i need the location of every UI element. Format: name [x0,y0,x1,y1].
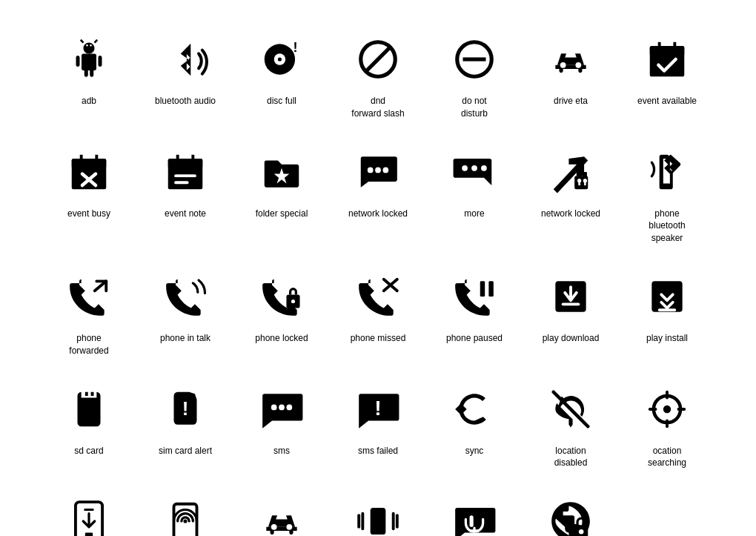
phone-locked-icon [252,267,311,326]
svg-rect-71 [371,508,386,535]
sms-failed-label: sms failed [358,445,398,457]
folder-special-icon [252,142,311,202]
phone-missed-label: phone missed [351,332,406,345]
tap-and-play-icon [156,492,215,536]
svg-point-80 [579,529,583,534]
phone-bluetooth-speaker-label: phonebluetoothspeaker [649,208,685,245]
play-download-icon [541,267,600,326]
bluetooth-audio-label: bluetooth audio [155,95,216,107]
icon-item-network-locked-signal: network locked [523,135,619,252]
svg-line-1 [95,40,98,43]
sms-icon [252,380,311,439]
icon-item-vpn-lock: vpn lock [523,484,619,536]
phone-paused-label: phone paused [446,332,503,345]
phone-in-talk-label: phone in talk [160,332,210,345]
network-locked-chat-label: network locked [348,208,408,220]
icon-item-bluetooth-audio: bluetooth audio [137,22,233,128]
svg-line-7 [367,48,390,71]
svg-rect-17 [72,159,107,168]
disc-full-label: disc full [267,95,296,107]
phone-forwarded-label: phoneforwarded [69,332,108,357]
sim-card-alert-label: sim card alert [159,445,212,457]
more-label: more [464,208,484,220]
icon-item-adb: adb [41,22,137,128]
phone-bluetooth-speaker-icon [637,142,697,202]
drive-eta-2-icon [252,492,311,536]
svg-point-44 [291,300,295,303]
adb-label: adb [82,95,96,107]
more-icon [445,142,504,202]
location-searching-label: ocationsearching [648,445,686,470]
play-download-label: play download [543,332,600,345]
location-disabled-icon [541,380,600,439]
icon-item-drive-eta: drive eta [523,22,619,128]
icon-item-network-locked-chat: network locked [330,135,426,252]
svg-point-60 [663,405,671,412]
icon-item-play-install: play install [619,259,715,365]
svg-rect-66 [85,533,93,536]
sd-card-icon [59,380,119,439]
svg-rect-76 [470,515,474,527]
icon-item-do-not-disturb: do notdisturb [426,22,523,128]
icon-item-folder-special: folder special [233,135,330,252]
event-note-icon [156,142,215,202]
icon-item-voice-chat: voice chat [426,484,523,536]
icon-item-vibration: vibration [330,484,426,536]
icon-item-phone-locked: phone locked [233,259,330,365]
svg-point-32 [462,165,468,171]
phone-forwarded-icon [59,267,119,326]
sms-failed-icon: ! [348,380,408,439]
svg-line-0 [81,40,84,43]
location-disabled-label: locationdisabled [554,445,588,470]
event-busy-icon [59,142,119,202]
icon-item-phone-bluetooth-speaker: phonebluetoothspeaker [619,135,715,252]
icon-item-phone-forwarded: phoneforwarded [41,259,137,365]
icon-item-location-searching: ocationsearching [619,372,715,477]
svg-point-68 [183,520,187,523]
icon-item-location-disabled: locationdisabled [523,372,619,477]
drive-eta-label: drive eta [554,95,588,107]
svg-point-33 [471,165,477,171]
network-locked-signal-label: network locked [541,208,600,220]
phone-locked-label: phone locked [255,332,308,345]
icon-item-sms-failed: ! sms failed [330,372,426,477]
icon-item-phone-missed: phone missed [330,259,426,365]
svg-point-30 [375,167,381,173]
svg-rect-47 [480,281,485,297]
svg-rect-41 [584,182,586,185]
sd-card-label: sd card [74,445,103,457]
phone-missed-icon [348,267,408,326]
system-update-icon [59,492,119,536]
svg-rect-23 [168,159,203,168]
event-busy-label: event busy [67,208,110,220]
location-searching-icon [637,380,697,439]
svg-rect-36 [577,172,581,178]
icon-item-event-available: event available [619,22,715,128]
svg-point-56 [286,404,292,410]
adb-icon [59,30,119,89]
svg-rect-13 [650,46,685,56]
svg-text:!: ! [374,395,381,419]
svg-point-4 [278,57,282,61]
svg-rect-40 [578,182,580,185]
play-install-label: play install [646,332,688,345]
event-note-label: event note [165,208,206,220]
svg-rect-48 [488,281,493,297]
svg-point-31 [382,167,388,173]
bluetooth-audio-icon [156,30,215,89]
icon-item-event-busy: event busy [41,135,137,252]
drive-eta-icon [541,30,600,89]
sim-card-alert-icon: ! [156,380,215,439]
svg-point-34 [481,165,487,171]
sync-icon [445,380,504,439]
event-available-icon [637,30,697,89]
icon-grid: adb bluetooth audio ! disc full [26,0,730,536]
play-install-icon [637,267,697,326]
folder-special-label: folder special [256,208,308,220]
icon-item-sd-card: sd card [41,372,137,477]
phone-in-talk-icon [156,267,215,326]
svg-point-70 [286,524,292,530]
network-locked-chat-icon [348,142,408,202]
svg-text:!: ! [182,397,189,418]
icon-item-system-update: system update [41,484,137,536]
